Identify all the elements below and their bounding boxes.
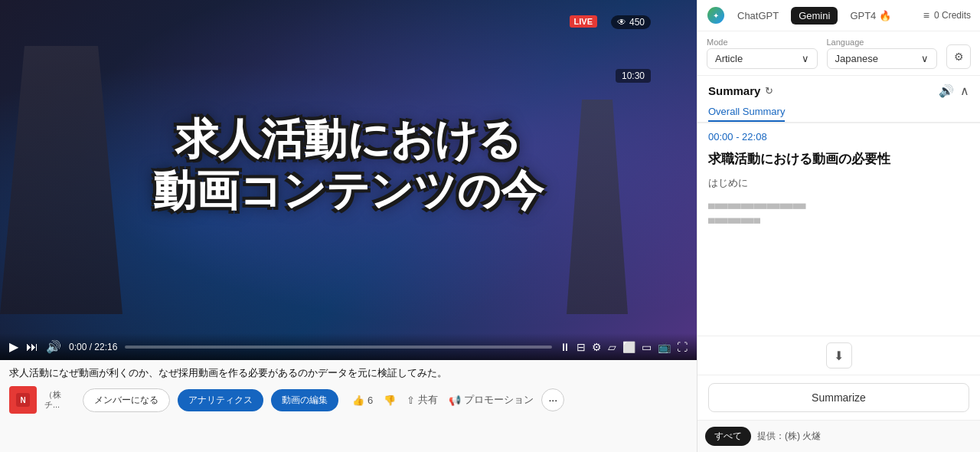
view-count: 450 <box>629 17 645 28</box>
share-button[interactable]: ⇧ 共有 <box>407 393 438 407</box>
live-badge: LIVE <box>570 15 597 28</box>
time-display: 0:00 / 22:16 <box>69 342 117 352</box>
mode-select[interactable]: Article ∨ <box>707 48 818 69</box>
collapse-icon[interactable]: ∧ <box>960 84 969 98</box>
summary-heading: 求職活動における動画の必要性 <box>708 150 969 169</box>
promo-button[interactable]: 📢 プロモーション <box>449 393 534 407</box>
miniplayer-icon[interactable]: ▱ <box>608 341 616 353</box>
lang-group: Language Japanese ∨ <box>827 38 938 69</box>
dislike-button[interactable]: 👎 <box>384 395 396 406</box>
mode-group: Mode Article ∨ <box>707 38 818 69</box>
skip-button[interactable]: ⏭ <box>26 340 38 354</box>
bottom-tags-row: すべて 提供：(株) 火燧 <box>697 420 980 452</box>
summarize-button[interactable]: Summarize <box>708 383 969 412</box>
download-button[interactable]: ⬇ <box>826 342 852 368</box>
like-count: 6 <box>368 395 373 406</box>
thumbs-down-icon: 👎 <box>384 395 396 406</box>
timer-box: 10:30 <box>616 69 651 83</box>
share-label: 共有 <box>418 393 438 407</box>
summary-subheading: はじめに <box>708 176 969 190</box>
video-player[interactable]: LIVE 👁 450 10:30 求人活動における 動画コンテンツの今 ▶ ⏭ … <box>0 0 697 360</box>
time-range: 00:00 - 22:08 <box>708 131 969 142</box>
mode-chevron-icon: ∨ <box>802 53 809 64</box>
subtitle-icon[interactable]: ⊟ <box>577 341 586 353</box>
tag-all[interactable]: すべて <box>705 427 751 446</box>
ai-logo: ✦ <box>707 6 725 25</box>
promo-icon: 📢 <box>449 395 461 406</box>
progress-bar[interactable] <box>125 346 552 349</box>
menu-icon[interactable]: ≡ <box>923 9 929 21</box>
action-icons: 👍 6 👎 ⇧ 共有 📢 プロモーション <box>352 393 534 407</box>
sound-icon[interactable]: 🔊 <box>939 84 954 98</box>
summary-right-icons: 🔊 ∧ <box>939 84 969 98</box>
fullscreen-icon[interactable]: ⛶ <box>677 341 688 353</box>
summary-title: Summary <box>708 84 760 97</box>
summary-content[interactable]: 00:00 - 22:08 求職活動における動画の必要性 はじめに ▄▄▄▄▄▄… <box>697 123 980 336</box>
lang-select[interactable]: Japanese ∨ <box>827 48 938 69</box>
thumbs-up-icon: 👍 <box>352 395 364 406</box>
ai-tab-bar: ✦ ChatGPT Gemini GPT4 🔥 ≡ 0 Credits <box>697 0 980 31</box>
lang-chevron-icon: ∨ <box>921 53 929 64</box>
video-description: 求人活動になぜ動画が利くのか、なぜ採用動画を作る必要があるのかデータを元に検証し… <box>9 366 688 380</box>
video-section: LIVE 👁 450 10:30 求人活動における 動画コンテンツの今 ▶ ⏭ … <box>0 0 697 452</box>
tab-gemini[interactable]: Gemini <box>791 7 838 25</box>
member-button[interactable]: メンバーになる <box>83 388 170 412</box>
ai-logo-circle: ✦ <box>707 7 724 24</box>
sidebar-panel: ✦ ChatGPT Gemini GPT4 🔥 ≡ 0 Credits Mode… <box>697 0 980 452</box>
channel-icon: N <box>9 386 37 414</box>
action-bar: N （株チ... メンバーになる アナリティクス 動画の編集 👍 6 👎 ⇧ <box>9 386 688 414</box>
mode-label: Mode <box>707 38 818 47</box>
video-controls: ▶ ⏭ 🔊 0:00 / 22:16 ⏸ ⊟ ⚙ ▱ ⬜ ▭ 📺 ⛶ <box>0 333 697 360</box>
summary-body: ▄▄▄▄▄▄▄▄▄▄▄▄▄▄▄▄▄▄▄▄▄▄▄ <box>708 196 969 225</box>
pause-icon[interactable]: ⏸ <box>560 341 570 353</box>
window-icon[interactable]: ▭ <box>642 341 652 353</box>
like-button[interactable]: 👍 6 <box>352 395 373 406</box>
tab-gpt4[interactable]: GPT4 🔥 <box>842 7 899 25</box>
credits-count: 0 Credits <box>934 10 971 21</box>
divider-row: ⬇ <box>697 336 980 375</box>
play-button[interactable]: ▶ <box>9 339 18 354</box>
credits-section: ≡ 0 Credits <box>923 9 971 21</box>
summary-header: Summary ↻ 🔊 ∧ <box>697 76 980 98</box>
tab-chatgpt[interactable]: ChatGPT <box>730 7 786 25</box>
overall-summary-tab: Overall Summary <box>697 98 980 122</box>
summary-title-row: Summary ↻ <box>708 84 773 97</box>
volume-button[interactable]: 🔊 <box>46 339 61 354</box>
more-button[interactable]: ··· <box>541 388 564 411</box>
theater-icon[interactable]: ⬜ <box>622 341 635 353</box>
summarize-area: Summarize <box>697 375 980 420</box>
edit-button[interactable]: 動画の編集 <box>271 389 338 411</box>
promo-label: プロモーション <box>464 393 534 407</box>
mode-value: Article <box>715 53 743 64</box>
view-count-badge: 👁 450 <box>611 15 651 29</box>
lang-label: Language <box>827 38 938 47</box>
refresh-icon[interactable]: ↻ <box>765 85 773 97</box>
channel-name: （株チ... <box>44 390 75 410</box>
svg-text:N: N <box>20 396 25 405</box>
bottom-bar: 求人活動になぜ動画が利くのか、なぜ採用動画を作る必要があるのかデータを元に検証し… <box>0 360 697 420</box>
main-layout: LIVE 👁 450 10:30 求人活動における 動画コンテンツの今 ▶ ⏭ … <box>0 0 980 452</box>
share-icon: ⇧ <box>407 395 415 406</box>
mode-lang-row: Mode Article ∨ Language Japanese ∨ ⚙ <box>697 31 980 76</box>
lang-value: Japanese <box>835 53 878 64</box>
settings-icon[interactable]: ⚙ <box>592 341 602 353</box>
settings-button[interactable]: ⚙ <box>946 44 971 69</box>
tag-provider: 提供：(株) 火燧 <box>757 430 821 443</box>
overall-summary-tab-btn[interactable]: Overall Summary <box>708 103 785 122</box>
analytics-button[interactable]: アナリティクス <box>178 389 263 411</box>
control-icons-right: ⏸ ⊟ ⚙ ▱ ⬜ ▭ 📺 ⛶ <box>560 341 688 353</box>
cast-icon[interactable]: 📺 <box>658 341 671 353</box>
